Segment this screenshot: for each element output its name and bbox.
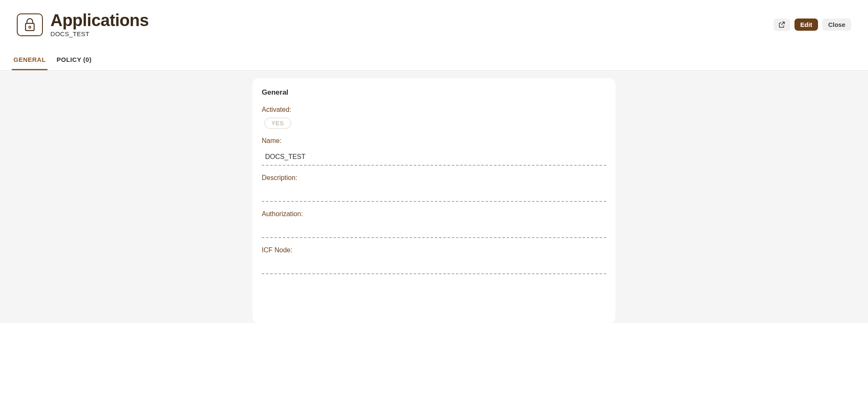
authorization-input[interactable]: [262, 223, 606, 238]
field-icf-node: ICF Node:: [262, 246, 606, 274]
application-lock-icon: [17, 13, 43, 36]
tab-policy[interactable]: POLICY (0): [55, 49, 93, 70]
field-activated: Activated: YES: [262, 106, 606, 129]
card-title: General: [262, 88, 606, 97]
page-subtitle: DOCS_TEST: [50, 30, 149, 37]
svg-rect-0: [26, 23, 34, 30]
field-authorization: Authorization:: [262, 210, 606, 238]
header-actions: Edit Close: [773, 19, 851, 31]
icf-node-input[interactable]: [262, 259, 606, 274]
close-button[interactable]: Close: [822, 19, 851, 31]
activated-toggle[interactable]: YES: [264, 118, 291, 129]
general-card: General Activated: YES Name: Description…: [253, 78, 615, 323]
header-left: Applications DOCS_TEST: [17, 12, 149, 37]
name-input[interactable]: [262, 150, 606, 166]
field-authorization-label: Authorization:: [262, 210, 606, 218]
share-icon: [778, 21, 786, 29]
header-titles: Applications DOCS_TEST: [50, 12, 149, 37]
field-description-label: Description:: [262, 174, 606, 182]
tab-general[interactable]: GENERAL: [12, 49, 47, 70]
edit-button[interactable]: Edit: [794, 19, 818, 31]
field-name: Name:: [262, 137, 606, 166]
field-name-label: Name:: [262, 137, 606, 145]
page-header: Applications DOCS_TEST Edit Close: [0, 0, 868, 49]
share-button[interactable]: [773, 19, 790, 31]
field-icf-node-label: ICF Node:: [262, 246, 606, 254]
field-description: Description:: [262, 174, 606, 202]
content-area: General Activated: YES Name: Description…: [0, 71, 868, 323]
svg-point-1: [29, 26, 31, 28]
tabs: GENERAL POLICY (0): [0, 49, 868, 71]
description-input[interactable]: [262, 187, 606, 202]
page-title: Applications: [50, 12, 149, 29]
field-activated-label: Activated:: [262, 106, 606, 114]
